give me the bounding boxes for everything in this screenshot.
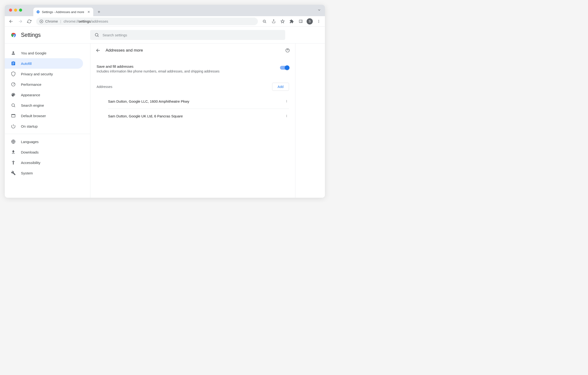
sidebar-item-label: Default browser xyxy=(21,114,46,118)
omnibox-separator: | xyxy=(60,19,61,23)
svg-point-20 xyxy=(286,117,287,117)
panel-header: Addresses and more xyxy=(90,43,295,57)
sidebar-item-label: Languages xyxy=(21,140,39,144)
page-content: Settings You and Google Autofill Privacy… xyxy=(5,27,325,198)
sidebar-item-label: Privacy and security xyxy=(21,72,53,76)
sidebar-item-you-and-google[interactable]: You and Google xyxy=(5,48,83,58)
search-settings[interactable] xyxy=(90,30,285,40)
tab-dropdown-button[interactable] xyxy=(317,8,321,13)
settings-title: Settings xyxy=(21,32,41,38)
sidebar-item-appearance[interactable]: Appearance xyxy=(5,90,83,100)
more-icon[interactable] xyxy=(284,98,289,104)
clipboard-icon xyxy=(11,61,16,66)
address-item[interactable]: Sam Dutton, Google LLC, 1600 Amphitheatr… xyxy=(108,94,289,109)
url-text: chrome://settings/addresses xyxy=(63,19,108,23)
new-tab-button[interactable] xyxy=(96,9,102,15)
minimize-window-button[interactable] xyxy=(14,9,17,12)
person-icon xyxy=(11,51,16,55)
sidebar-item-performance[interactable]: Performance xyxy=(5,79,83,90)
avatar: S xyxy=(307,18,313,24)
share-icon[interactable] xyxy=(270,18,277,25)
wrench-icon xyxy=(11,171,16,175)
svg-point-8 xyxy=(13,34,14,35)
browser-tab[interactable]: Settings - Addresses and more xyxy=(33,8,93,16)
help-icon[interactable] xyxy=(285,48,290,53)
svg-rect-3 xyxy=(299,20,302,23)
addresses-section-header: Addresses Add xyxy=(96,79,289,94)
sidebar-item-accessibility[interactable]: Accessibility xyxy=(5,157,83,168)
sidebar-item-label: Downloads xyxy=(21,150,39,154)
browser-window: Settings - Addresses and more Chrome xyxy=(5,5,325,198)
search-icon xyxy=(94,32,99,37)
sidebar-item-languages[interactable]: Languages xyxy=(5,136,83,147)
sidebar-item-label: Appearance xyxy=(21,93,40,97)
reload-button[interactable] xyxy=(25,17,33,25)
address-list: Sam Dutton, Google LLC, 1600 Amphitheatr… xyxy=(96,94,289,123)
forward-button[interactable] xyxy=(16,17,24,25)
side-panel-icon[interactable] xyxy=(297,18,304,25)
svg-point-15 xyxy=(286,100,287,101)
download-icon xyxy=(11,150,16,154)
sidebar-item-label: Autofill xyxy=(21,61,32,66)
more-icon[interactable] xyxy=(284,113,289,119)
svg-point-11 xyxy=(12,104,14,106)
sidebar-item-label: System xyxy=(21,171,33,175)
titlebar: Settings - Addresses and more xyxy=(5,5,325,16)
sidebar-item-search-engine[interactable]: Search engine xyxy=(5,100,83,111)
panel-title: Addresses and more xyxy=(106,48,280,53)
search-input[interactable] xyxy=(103,33,281,37)
back-button[interactable] xyxy=(7,17,15,25)
power-icon xyxy=(11,124,16,129)
sidebar-item-downloads[interactable]: Downloads xyxy=(5,147,83,157)
chrome-logo-icon xyxy=(10,32,17,38)
address-item[interactable]: Sam Dutton, Google UK Ltd, 6 Pancras Squ… xyxy=(108,109,289,123)
address-text: Sam Dutton, Google UK Ltd, 6 Pancras Squ… xyxy=(108,114,183,118)
sidebar-item-privacy[interactable]: Privacy and security xyxy=(5,69,83,79)
sidebar-item-label: You and Google xyxy=(21,51,46,55)
browser-toolbar: Chrome | chrome://settings/addresses xyxy=(5,16,325,27)
sidebar-item-on-startup[interactable]: On startup xyxy=(5,121,83,132)
gear-icon xyxy=(36,10,40,14)
sidebar-divider xyxy=(5,134,90,134)
zoom-icon[interactable] xyxy=(261,18,268,25)
close-tab-icon[interactable] xyxy=(87,10,90,14)
site-info-icon[interactable]: Chrome xyxy=(40,19,58,23)
back-arrow-icon[interactable] xyxy=(96,48,101,53)
sidebar-item-label: Search engine xyxy=(21,103,44,107)
globe-icon xyxy=(11,139,16,144)
svg-point-4 xyxy=(318,20,319,21)
save-fill-toggle-row: Save and fill addresses Includes informa… xyxy=(96,60,289,79)
speedometer-icon xyxy=(11,82,16,87)
svg-point-5 xyxy=(318,21,319,22)
close-window-button[interactable] xyxy=(9,9,12,12)
toggle-label: Save and fill addresses xyxy=(96,64,220,69)
menu-icon[interactable] xyxy=(315,18,323,25)
svg-point-19 xyxy=(286,116,287,116)
maximize-window-button[interactable] xyxy=(19,9,22,12)
save-fill-toggle[interactable] xyxy=(280,66,289,70)
window-controls xyxy=(9,9,22,12)
sidebar-item-autofill[interactable]: Autofill xyxy=(5,58,83,69)
browser-icon xyxy=(11,113,16,118)
right-gutter xyxy=(295,43,325,198)
address-bar[interactable]: Chrome | chrome://settings/addresses xyxy=(36,18,258,25)
sidebar-item-label: On startup xyxy=(21,124,38,128)
palette-icon xyxy=(11,92,16,97)
svg-point-18 xyxy=(286,115,287,115)
svg-point-9 xyxy=(95,33,98,36)
svg-point-16 xyxy=(286,101,287,101)
address-text: Sam Dutton, Google LLC, 1600 Amphitheatr… xyxy=(108,99,189,103)
profile-avatar[interactable]: S xyxy=(306,18,314,25)
sidebar-item-system[interactable]: System xyxy=(5,168,83,178)
svg-point-13 xyxy=(13,161,14,161)
accessibility-icon xyxy=(11,160,16,165)
sidebar-item-label: Accessibility xyxy=(21,161,41,165)
add-button[interactable]: Add xyxy=(272,83,289,91)
toolbar-actions: S xyxy=(261,18,323,25)
sidebar-item-default-browser[interactable]: Default browser xyxy=(5,111,83,121)
svg-point-6 xyxy=(318,22,319,23)
section-label: Addresses xyxy=(96,85,112,89)
bookmark-icon[interactable] xyxy=(279,18,286,25)
svg-point-17 xyxy=(286,102,287,102)
extensions-icon[interactable] xyxy=(288,18,295,25)
